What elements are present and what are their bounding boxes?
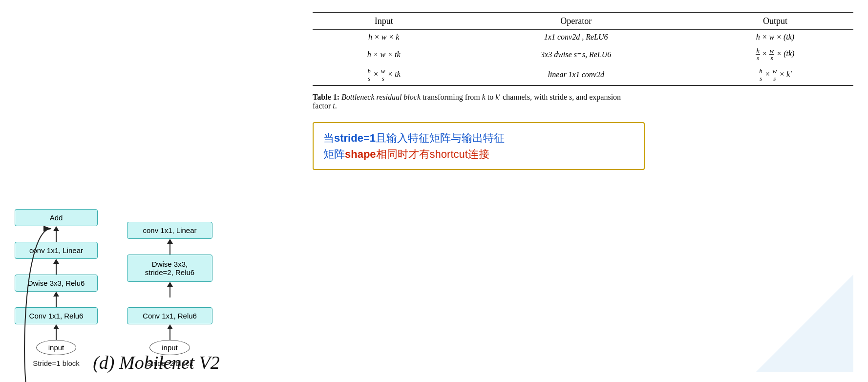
row1-input: h × w × k <box>313 30 455 45</box>
table-row: h × w × tk 3x3 dwise s=s, ReLU6 hs × ws … <box>313 44 853 65</box>
arrow-r1 <box>167 239 173 255</box>
deco-triangle <box>756 275 853 372</box>
row1-output: h × w × (tk) <box>697 30 853 45</box>
right-section: Input Operator Output h × w × k 1x1 conv… <box>298 10 853 372</box>
row2-output: hs × ws × (tk) <box>697 44 853 65</box>
data-table: Input Operator Output h × w × k 1x1 conv… <box>313 12 853 86</box>
arrow4 <box>53 324 59 340</box>
col-header-output: Output <box>697 13 853 30</box>
row3-output: hs × ws × k′ <box>697 65 853 86</box>
row1-operator: 1x1 conv2d , ReLU6 <box>455 30 697 45</box>
arrow-r3 <box>167 324 173 340</box>
conv1x1-relu6-box: Conv 1x1, Relu6 <box>15 307 98 324</box>
table-row: hs × ws × tk linear 1x1 conv2d hs × ws ×… <box>313 65 853 86</box>
col-header-input: Input <box>313 13 455 30</box>
table-row: h × w × k 1x1 conv2d , ReLU6 h × w × (tk… <box>313 30 853 45</box>
conv1x1-linear-box-r: conv 1x1, Linear <box>127 222 212 239</box>
arrow2 <box>53 259 59 275</box>
col-header-operator: Operator <box>455 13 697 30</box>
conv1x1-linear-box: conv 1x1, Linear <box>15 242 98 259</box>
arrow-r2 <box>167 282 173 297</box>
dwise-stride2-box: Dwise 3x3,stride=2, Relu6 <box>127 255 212 282</box>
dwise-box: Dwise 3x3, Relu6 <box>15 275 98 292</box>
arrow1 <box>53 226 59 242</box>
arrow3 <box>53 292 59 307</box>
row2-operator: 3x3 dwise s=s, ReLU6 <box>455 44 697 65</box>
conv1x1-relu6-box-r: Conv 1x1, Relu6 <box>127 307 212 324</box>
row2-input: h × w × tk <box>313 44 455 65</box>
section-title: (d) Mobilenet V2 <box>15 352 298 373</box>
row3-operator: linear 1x1 conv2d <box>455 65 697 86</box>
table-caption: Table 1: Bottleneck residual block trans… <box>313 93 625 110</box>
note-text-line2: 矩阵shape相同时才有shortcut连接 <box>323 148 489 160</box>
row3-input: hs × ws × tk <box>313 65 455 86</box>
note-box: 当stride=1且输入特征矩阵与输出特征 矩阵shape相同时才有shortc… <box>313 122 645 170</box>
add-box: Add <box>15 209 98 226</box>
note-text-line1: 当stride=1且输入特征矩阵与输出特征 <box>323 132 505 144</box>
